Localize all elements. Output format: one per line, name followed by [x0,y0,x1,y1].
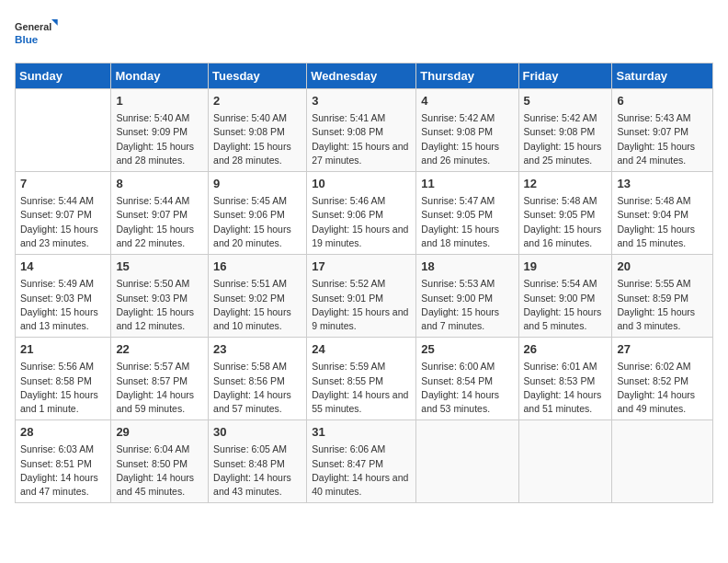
logo-svg: General Blue [15,15,61,52]
day-header-wednesday: Wednesday [307,63,416,89]
day-info: Sunrise: 5:44 AMSunset: 9:07 PMDaylight:… [20,194,106,250]
day-info: Sunrise: 5:42 AMSunset: 9:08 PMDaylight:… [524,111,608,167]
day-info: Sunrise: 5:53 AMSunset: 9:00 PMDaylight:… [421,277,513,333]
day-number: 7 [20,176,106,192]
day-cell: 14Sunrise: 5:49 AMSunset: 9:03 PMDayligh… [16,255,111,338]
day-cell: 23Sunrise: 5:58 AMSunset: 8:56 PMDayligh… [209,338,307,420]
day-number: 13 [617,176,708,192]
day-number: 5 [524,93,608,109]
day-number: 27 [617,341,708,358]
day-info: Sunrise: 5:57 AMSunset: 8:57 PMDaylight:… [116,360,203,416]
day-info: Sunrise: 5:54 AMSunset: 9:00 PMDaylight:… [524,277,608,333]
day-cell: 24Sunrise: 5:59 AMSunset: 8:55 PMDayligh… [307,338,416,420]
day-number: 22 [116,341,203,358]
day-cell: 11Sunrise: 5:47 AMSunset: 9:05 PMDayligh… [416,172,518,255]
day-number: 29 [116,424,203,441]
day-number: 14 [20,259,106,275]
day-cell: 20Sunrise: 5:55 AMSunset: 8:59 PMDayligh… [612,255,713,338]
day-info: Sunrise: 5:46 AMSunset: 9:06 PMDaylight:… [312,194,411,250]
day-cell: 28Sunrise: 6:03 AMSunset: 8:51 PMDayligh… [16,420,111,503]
week-row-4: 21Sunrise: 5:56 AMSunset: 8:58 PMDayligh… [16,338,713,420]
day-cell: 29Sunrise: 6:04 AMSunset: 8:50 PMDayligh… [111,420,209,503]
day-info: Sunrise: 5:58 AMSunset: 8:56 PMDaylight:… [213,360,301,416]
day-cell: 13Sunrise: 5:48 AMSunset: 9:04 PMDayligh… [612,172,713,255]
day-header-saturday: Saturday [612,63,713,89]
day-info: Sunrise: 5:42 AMSunset: 9:08 PMDaylight:… [421,111,513,167]
day-cell: 15Sunrise: 5:50 AMSunset: 9:03 PMDayligh… [111,255,209,338]
day-number: 24 [312,341,411,358]
day-cell: 9Sunrise: 5:45 AMSunset: 9:06 PMDaylight… [209,172,307,255]
day-number: 4 [421,93,513,109]
day-number: 1 [116,93,203,109]
day-cell: 12Sunrise: 5:48 AMSunset: 9:05 PMDayligh… [518,172,612,255]
day-cell: 22Sunrise: 5:57 AMSunset: 8:57 PMDayligh… [111,338,209,420]
day-number: 26 [524,341,608,358]
day-cell: 1Sunrise: 5:40 AMSunset: 9:09 PMDaylight… [111,89,209,172]
day-info: Sunrise: 6:00 AMSunset: 8:54 PMDaylight:… [421,360,513,416]
day-number: 16 [213,259,301,275]
svg-text:General: General [15,22,51,33]
day-number: 18 [421,259,513,275]
day-cell: 31Sunrise: 6:06 AMSunset: 8:47 PMDayligh… [307,420,416,503]
day-cell: 16Sunrise: 5:51 AMSunset: 9:02 PMDayligh… [209,255,307,338]
day-number: 19 [524,259,608,275]
day-info: Sunrise: 5:51 AMSunset: 9:02 PMDaylight:… [213,277,301,333]
day-info: Sunrise: 5:44 AMSunset: 9:07 PMDaylight:… [116,194,203,250]
day-info: Sunrise: 5:47 AMSunset: 9:05 PMDaylight:… [421,194,513,250]
day-number: 28 [20,424,106,441]
day-cell: 30Sunrise: 6:05 AMSunset: 8:48 PMDayligh… [209,420,307,503]
day-cell: 6Sunrise: 5:43 AMSunset: 9:07 PMDaylight… [612,89,713,172]
day-info: Sunrise: 5:50 AMSunset: 9:03 PMDaylight:… [116,277,203,333]
day-number: 2 [213,93,301,109]
week-row-3: 14Sunrise: 5:49 AMSunset: 9:03 PMDayligh… [16,255,713,338]
day-info: Sunrise: 5:49 AMSunset: 9:03 PMDaylight:… [20,277,106,333]
day-info: Sunrise: 6:05 AMSunset: 8:48 PMDaylight:… [213,442,301,499]
day-cell: 26Sunrise: 6:01 AMSunset: 8:53 PMDayligh… [518,338,612,420]
day-number: 11 [421,176,513,192]
day-cell: 10Sunrise: 5:46 AMSunset: 9:06 PMDayligh… [307,172,416,255]
day-cell [416,420,518,503]
day-info: Sunrise: 5:45 AMSunset: 9:06 PMDaylight:… [213,194,301,250]
day-info: Sunrise: 5:59 AMSunset: 8:55 PMDaylight:… [312,360,411,416]
day-cell: 7Sunrise: 5:44 AMSunset: 9:07 PMDaylight… [16,172,111,255]
day-info: Sunrise: 5:43 AMSunset: 9:07 PMDaylight:… [617,111,708,167]
day-header-tuesday: Tuesday [209,63,307,89]
day-info: Sunrise: 5:56 AMSunset: 8:58 PMDaylight:… [20,360,106,416]
week-row-1: 1Sunrise: 5:40 AMSunset: 9:09 PMDaylight… [16,89,713,172]
day-number: 9 [213,176,301,192]
day-cell: 27Sunrise: 6:02 AMSunset: 8:52 PMDayligh… [612,338,713,420]
day-number: 8 [116,176,203,192]
day-cell: 4Sunrise: 5:42 AMSunset: 9:08 PMDaylight… [416,89,518,172]
svg-marker-1 [51,19,58,26]
week-row-2: 7Sunrise: 5:44 AMSunset: 9:07 PMDaylight… [16,172,713,255]
logo: General Blue [15,15,61,52]
day-cell: 8Sunrise: 5:44 AMSunset: 9:07 PMDaylight… [111,172,209,255]
day-header-monday: Monday [111,63,209,89]
week-row-5: 28Sunrise: 6:03 AMSunset: 8:51 PMDayligh… [16,420,713,503]
day-number: 6 [617,93,708,109]
day-cell: 3Sunrise: 5:41 AMSunset: 9:08 PMDaylight… [307,89,416,172]
day-number: 20 [617,259,708,275]
day-number: 15 [116,259,203,275]
day-info: Sunrise: 6:02 AMSunset: 8:52 PMDaylight:… [617,360,708,416]
day-number: 17 [312,259,411,275]
day-info: Sunrise: 5:48 AMSunset: 9:04 PMDaylight:… [617,194,708,250]
day-info: Sunrise: 6:06 AMSunset: 8:47 PMDaylight:… [312,442,411,499]
day-cell: 21Sunrise: 5:56 AMSunset: 8:58 PMDayligh… [16,338,111,420]
day-number: 3 [312,93,411,109]
day-cell: 25Sunrise: 6:00 AMSunset: 8:54 PMDayligh… [416,338,518,420]
day-info: Sunrise: 5:41 AMSunset: 9:08 PMDaylight:… [312,111,411,167]
day-info: Sunrise: 6:03 AMSunset: 8:51 PMDaylight:… [20,442,106,499]
day-cell: 2Sunrise: 5:40 AMSunset: 9:08 PMDaylight… [209,89,307,172]
day-number: 31 [312,424,411,441]
day-info: Sunrise: 5:48 AMSunset: 9:05 PMDaylight:… [524,194,608,250]
day-cell: 17Sunrise: 5:52 AMSunset: 9:01 PMDayligh… [307,255,416,338]
day-number: 23 [213,341,301,358]
header: General Blue [15,15,713,52]
day-info: Sunrise: 6:04 AMSunset: 8:50 PMDaylight:… [116,442,203,499]
day-info: Sunrise: 5:40 AMSunset: 9:09 PMDaylight:… [116,111,203,167]
day-cell: 18Sunrise: 5:53 AMSunset: 9:00 PMDayligh… [416,255,518,338]
day-cell [612,420,713,503]
day-cell: 19Sunrise: 5:54 AMSunset: 9:00 PMDayligh… [518,255,612,338]
day-number: 25 [421,341,513,358]
